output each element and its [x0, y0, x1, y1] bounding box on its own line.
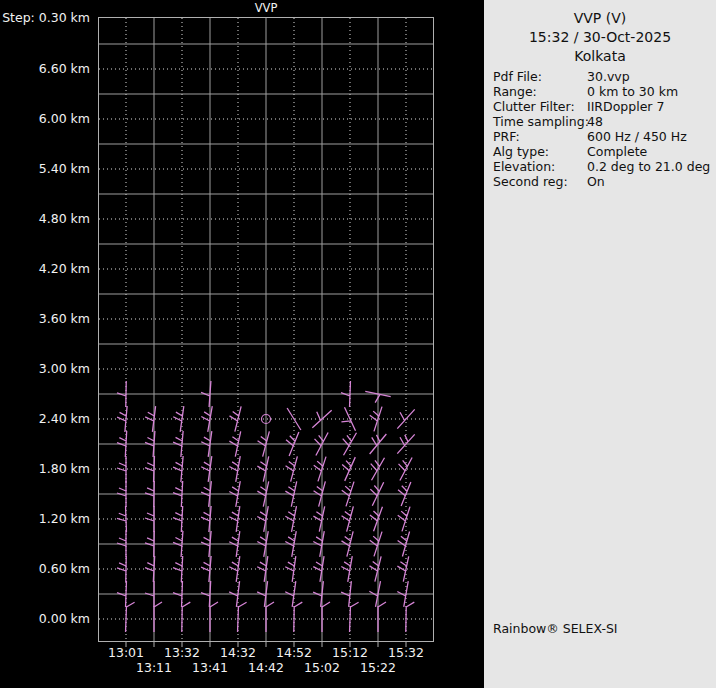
wind-barb: [200, 505, 211, 532]
field-label: Pdf File:: [493, 69, 542, 84]
field-value: On: [587, 174, 605, 189]
wind-barb: [391, 428, 415, 453]
y-axis-label: 2.40 km: [0, 411, 90, 427]
y-axis-label: 5.40 km: [0, 161, 90, 177]
wind-barb: [254, 479, 268, 506]
field-label: PRF:: [493, 129, 520, 144]
info-field-pdf-file: Pdf File: 30.vvp: [484, 69, 716, 84]
wind-barb: [350, 602, 359, 632]
panel-title: VVP (V): [484, 9, 716, 28]
wind-barb: [254, 454, 268, 481]
y-axis-label: 0.60 km: [0, 561, 90, 577]
y-axis-label: 0.00 km: [0, 611, 90, 627]
field-label: Time sampling:: [493, 114, 589, 129]
panel-datetime: 15:32 / 30-Oct-2025: [484, 28, 716, 47]
plot-title: VVP: [98, 1, 434, 15]
field-value: 600 Hz / 450 Hz: [587, 129, 687, 144]
wind-barb: [227, 505, 240, 532]
wind-barb: [145, 456, 155, 482]
wind-barb: [210, 602, 218, 632]
step-size-label: Step: 0.30 km: [0, 10, 90, 25]
x-axis-label: 15:02: [300, 660, 344, 675]
field-value: 48: [587, 114, 603, 129]
y-axis-label: 4.20 km: [0, 261, 90, 277]
wind-barb: [117, 506, 127, 532]
plot-region: Step: 0.30 km VVP 6.60 km6.00 km5.40 km4…: [0, 0, 484, 688]
wind-barb: [226, 429, 240, 456]
field-label: Elevation:: [493, 159, 555, 174]
wind-barb: [117, 556, 126, 582]
wind-barb: [364, 453, 385, 480]
panel-fields: Pdf File: 30.vvp Range: 0 km to 30 km Cl…: [484, 66, 716, 189]
wind-barb: [392, 453, 412, 480]
info-field-clutter-filter: Clutter Filter: IIRDoppler 7: [484, 99, 716, 114]
wind-barb: [282, 454, 297, 481]
info-panel: VVP (V) 15:32 / 30-Oct-2025 Kolkata Pdf …: [484, 0, 716, 688]
info-field-second-reg: Second reg: On: [484, 174, 716, 189]
wind-barb: [309, 454, 326, 482]
wind-barb: [393, 504, 410, 532]
field-label: Range:: [493, 84, 537, 99]
field-value: 30.vvp: [587, 69, 630, 84]
wind-barb: [393, 479, 411, 506]
vvp-window: Step: 0.30 km VVP 6.60 km6.00 km5.40 km4…: [0, 0, 716, 688]
wind-barb: [182, 602, 191, 632]
wind-barb: [172, 455, 183, 482]
wind-barb-chart[interactable]: [98, 17, 434, 649]
wind-barb: [308, 428, 328, 455]
wind-barb: [116, 405, 127, 432]
y-axis-label: 6.00 km: [0, 111, 90, 127]
info-field-range: Range: 0 km to 30 km: [484, 84, 716, 99]
info-field-elevation: Elevation: 0.2 deg to 21.0 deg: [484, 159, 716, 174]
wind-barb: [338, 529, 353, 556]
wind-barb: [266, 602, 274, 632]
wind-barb: [336, 407, 355, 434]
wind-barb: [310, 504, 324, 531]
wind-barb: [378, 602, 386, 632]
wind-barb: [154, 602, 162, 632]
wind-barb: [283, 505, 297, 532]
wind-barb: [226, 404, 241, 431]
y-axis-label: 1.20 km: [0, 511, 90, 527]
brand-label: Rainbow® SELEX-SI: [493, 621, 618, 636]
wind-barb: [144, 556, 154, 582]
field-value: 0 km to 30 km: [587, 84, 678, 99]
y-axis-label: 1.80 km: [0, 461, 90, 477]
wind-barb: [364, 478, 383, 505]
info-field-time-sampling: Time sampling: 48: [484, 114, 716, 129]
panel-header: VVP (V) 15:32 / 30-Oct-2025 Kolkata: [484, 0, 716, 66]
y-axis-label: 6.60 km: [0, 61, 90, 77]
wind-barb: [145, 506, 154, 532]
wind-barb: [365, 504, 382, 532]
wind-barb: [394, 554, 408, 581]
wind-barb: [365, 404, 382, 432]
info-field-prf: PRF: 600 Hz / 450 Hz: [484, 129, 716, 144]
wind-barb: [394, 529, 410, 556]
wind-barb: [283, 530, 296, 557]
wind-barb: [306, 404, 331, 428]
x-axis-label: 13:41: [188, 660, 232, 675]
wind-barb: [363, 391, 390, 405]
wind-barb: [391, 403, 415, 428]
field-value: 0.2 deg to 21.0 deg: [587, 159, 710, 174]
wind-barb: [227, 530, 240, 557]
wind-barb: [337, 479, 354, 507]
field-value: Complete: [587, 144, 647, 159]
info-field-alg-type: Alg type: Complete: [484, 144, 716, 159]
wind-barb: [254, 429, 269, 456]
y-axis-label: 3.60 km: [0, 311, 90, 327]
panel-site: Kolkata: [484, 47, 716, 66]
x-axis-label: 15:22: [356, 660, 400, 675]
wind-barb: [172, 556, 182, 582]
wind-barb: [200, 555, 211, 582]
wind-barb: [366, 554, 381, 581]
x-axis-label: 13:11: [132, 660, 176, 675]
wind-barb: [322, 602, 330, 632]
field-value: IIRDoppler 7: [587, 99, 664, 114]
wind-barb: [117, 456, 126, 482]
x-axis-label: 14:42: [244, 660, 288, 675]
wind-barb: [336, 453, 355, 480]
wind-barb: [294, 602, 303, 632]
field-label: Alg type:: [493, 144, 549, 159]
wind-barb: [338, 504, 353, 531]
